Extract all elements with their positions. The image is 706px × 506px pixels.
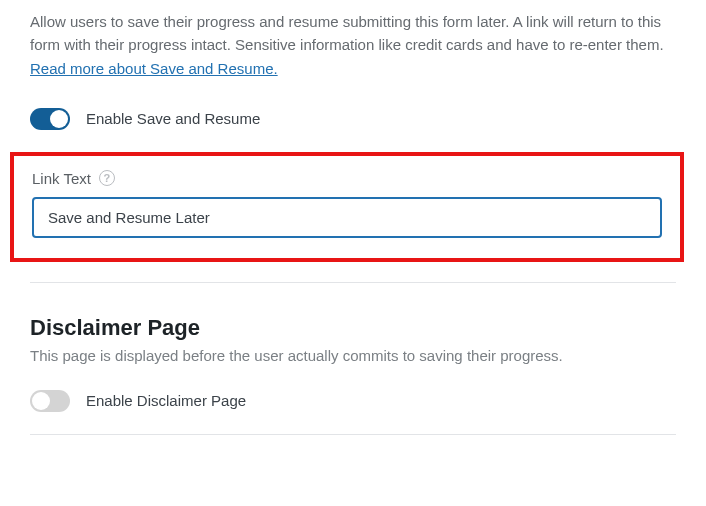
toggle-knob xyxy=(50,110,68,128)
enable-disclaimer-toggle[interactable] xyxy=(30,390,70,412)
link-text-highlight-box: Link Text ? xyxy=(10,152,684,262)
enable-save-resume-label: Enable Save and Resume xyxy=(86,110,260,127)
disclaimer-page-title: Disclaimer Page xyxy=(30,315,676,341)
enable-save-resume-toggle[interactable] xyxy=(30,108,70,130)
description-text: Allow users to save their progress and r… xyxy=(30,13,664,53)
section-divider xyxy=(30,282,676,283)
save-resume-description: Allow users to save their progress and r… xyxy=(30,10,676,80)
disclaimer-page-description: This page is displayed before the user a… xyxy=(30,347,676,364)
help-icon[interactable]: ? xyxy=(99,170,115,186)
link-text-input[interactable] xyxy=(32,197,662,238)
enable-disclaimer-row: Enable Disclaimer Page xyxy=(30,390,676,412)
learn-more-link[interactable]: Read more about Save and Resume. xyxy=(30,60,278,77)
enable-disclaimer-label: Enable Disclaimer Page xyxy=(86,392,246,409)
help-icon-char: ? xyxy=(104,172,111,184)
toggle-knob xyxy=(32,392,50,410)
section-divider-2 xyxy=(30,434,676,435)
link-text-label-row: Link Text ? xyxy=(32,170,662,187)
enable-save-resume-row: Enable Save and Resume xyxy=(30,108,676,130)
link-text-label: Link Text xyxy=(32,170,91,187)
